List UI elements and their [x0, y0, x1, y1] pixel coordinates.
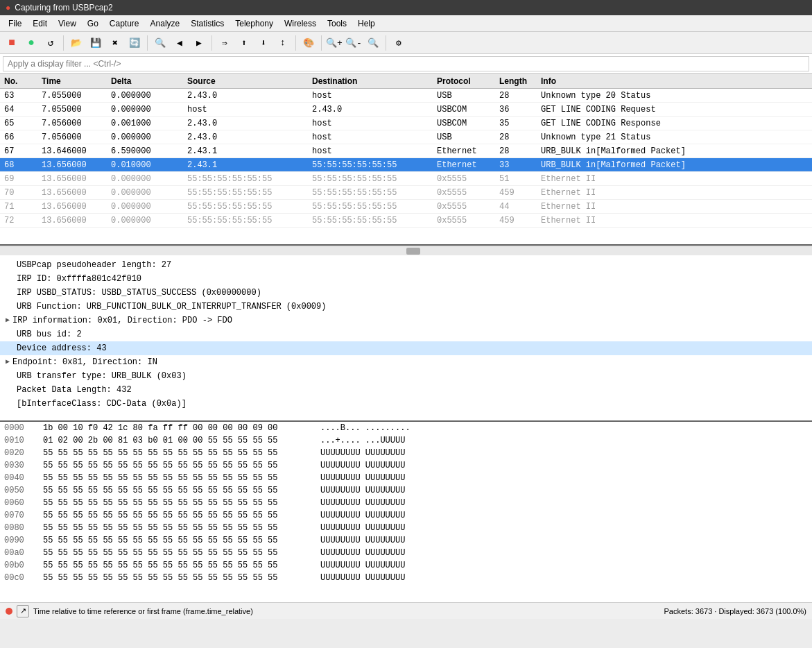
hex-row[interactable]: 0010 01 02 00 2b 00 81 03 b0 01 00 00 55…	[0, 434, 812, 447]
hex-row[interactable]: 0090 55 55 55 55 55 55 55 55 55 55 55 55…	[0, 534, 812, 547]
stop-button[interactable]: ■	[3, 34, 21, 52]
table-row[interactable]: 71 13.656000 0.000000 55:55:55:55:55:55 …	[0, 200, 812, 214]
menu-item-capture[interactable]: Capture	[104, 17, 145, 30]
cell-source: host	[187, 105, 312, 114]
hex-row[interactable]: 0060 55 55 55 55 55 55 55 55 55 55 55 55…	[0, 497, 812, 509]
detail-row[interactable]: IRP USBD_STATUS: USBD_STATUS_SUCCESS (0x…	[0, 286, 812, 300]
menu-item-statistics[interactable]: Statistics	[185, 17, 230, 30]
menu-item-help[interactable]: Help	[352, 17, 381, 30]
hex-row[interactable]: 00a0 55 55 55 55 55 55 55 55 55 55 55 55…	[0, 547, 812, 559]
menu-item-tools[interactable]: Tools	[322, 17, 352, 30]
detail-row[interactable]: Device address: 43	[0, 341, 812, 355]
table-row[interactable]: 63 7.055000 0.000000 2.43.0 host USB 28 …	[0, 89, 812, 103]
table-row[interactable]: 66 7.056000 0.000000 2.43.0 host USB 28 …	[0, 130, 812, 144]
hex-bytes: 55 55 55 55 55 55 55 55 55 55 55 55 55 5…	[43, 459, 306, 472]
cell-no: 69	[0, 174, 42, 184]
cell-no: 71	[0, 202, 42, 212]
reload-button[interactable]: 🔄	[126, 34, 144, 52]
horizontal-scrollbar[interactable]	[0, 246, 812, 255]
toolbar-sep-1	[63, 35, 64, 51]
menu-item-view[interactable]: View	[53, 17, 82, 30]
packet-detail: USBPcap pseudoheader length: 27IRP ID: 0…	[0, 255, 812, 422]
table-row[interactable]: 72 13.656000 0.000000 55:55:55:55:55:55 …	[0, 214, 812, 228]
cell-len: 28	[499, 133, 541, 142]
table-row[interactable]: 64 7.055000 0.000000 host 2.43.0 USBCOM …	[0, 103, 812, 117]
first-packet-button[interactable]: ⬆	[235, 34, 253, 52]
open-button[interactable]: 📂	[67, 34, 85, 52]
autoscroll-button[interactable]: ↕	[274, 34, 292, 52]
cell-dest: 55:55:55:55:55:55	[312, 188, 437, 198]
hex-row[interactable]: 0070 55 55 55 55 55 55 55 55 55 55 55 55…	[0, 509, 812, 522]
menu-item-wireless[interactable]: Wireless	[279, 17, 322, 30]
colorize-button[interactable]: 🎨	[300, 34, 318, 52]
hex-row[interactable]: 0020 55 55 55 55 55 55 55 55 55 55 55 55…	[0, 447, 812, 459]
hex-row[interactable]: 00b0 55 55 55 55 55 55 55 55 55 55 55 55…	[0, 559, 812, 572]
last-packet-button[interactable]: ⬇	[254, 34, 273, 52]
hex-row[interactable]: 00c0 55 55 55 55 55 55 55 55 55 55 55 55…	[0, 572, 812, 584]
cell-time: 13.656000	[42, 188, 111, 198]
cell-proto: 0x5555	[437, 216, 499, 225]
filter-input[interactable]	[3, 56, 809, 71]
detail-row[interactable]: URB bus id: 2	[0, 327, 812, 341]
hex-row[interactable]: 0030 55 55 55 55 55 55 55 55 55 55 55 55…	[0, 459, 812, 472]
cell-info: GET LINE CODING Response	[541, 119, 812, 128]
menu-item-telephony[interactable]: Telephony	[230, 17, 279, 30]
detail-row[interactable]: URB Function: URB_FUNCTION_BULK_OR_INTER…	[0, 300, 812, 314]
menu-item-go[interactable]: Go	[82, 17, 104, 30]
table-row[interactable]: 70 13.656000 0.000000 55:55:55:55:55:55 …	[0, 186, 812, 200]
hex-offset: 00c0	[4, 572, 32, 584]
cell-time: 7.055000	[42, 91, 111, 101]
cell-info: GET LINE CODING Request	[541, 105, 812, 114]
menu-item-analyze[interactable]: Analyze	[145, 17, 186, 30]
table-row[interactable]: 65 7.056000 0.001000 2.43.0 host USBCOM …	[0, 117, 812, 130]
detail-row[interactable]: IRP ID: 0xffffa801c42f010	[0, 272, 812, 286]
hex-row[interactable]: 0040 55 55 55 55 55 55 55 55 55 55 55 55…	[0, 472, 812, 484]
scrollbar-thumb[interactable]	[406, 248, 420, 255]
cell-time: 7.056000	[42, 119, 111, 128]
hex-row[interactable]: 0080 55 55 55 55 55 55 55 55 55 55 55 55…	[0, 522, 812, 534]
expand-arrow: ▶	[6, 356, 10, 368]
detail-row[interactable]: [bInterfaceClass: CDC-Data (0x0a)]	[0, 397, 812, 411]
cell-no: 63	[0, 91, 42, 101]
menu-item-edit[interactable]: Edit	[27, 17, 53, 30]
zoom-in-button[interactable]: 🔍+	[325, 34, 343, 52]
back-button[interactable]: ◀	[171, 34, 189, 52]
hex-offset: 00a0	[4, 547, 32, 559]
cell-time: 7.055000	[42, 105, 111, 114]
table-row[interactable]: 69 13.656000 0.000000 55:55:55:55:55:55 …	[0, 172, 812, 186]
cell-len: 44	[499, 202, 541, 212]
hex-offset: 0070	[4, 509, 32, 522]
zoom-reset-button[interactable]: 🔍	[364, 34, 382, 52]
table-row[interactable]: 67 13.646000 6.590000 2.43.1 host Ethern…	[0, 144, 812, 158]
find-button[interactable]: 🔍	[151, 34, 169, 52]
detail-row[interactable]: ▶IRP information: 0x01, Direction: PDO -…	[0, 314, 812, 327]
cell-delta: 0.000000	[111, 188, 187, 198]
status-text: Time relative to time reference or first…	[33, 607, 253, 615]
settings-button[interactable]: ⚙	[390, 34, 408, 52]
hex-ascii: ...+.... ...UUUUU	[320, 434, 405, 447]
detail-row[interactable]: USBPcap pseudoheader length: 27	[0, 258, 812, 272]
status-shortcut-btn[interactable]: ↗	[17, 605, 29, 617]
packet-count: Packets: 3673 · Displayed: 3673 (100.0%)	[664, 607, 806, 615]
forward-button[interactable]: ▶	[190, 34, 208, 52]
hex-row[interactable]: 0000 1b 00 10 f0 42 1c 80 fa ff ff 00 00…	[0, 422, 812, 434]
toolbar-sep-6	[386, 35, 386, 51]
zoom-out-button[interactable]: 🔍-	[345, 34, 363, 52]
cell-len: 33	[499, 160, 541, 170]
goto-button[interactable]: ⇒	[216, 34, 234, 52]
detail-row[interactable]: URB transfer type: URB_BULK (0x03)	[0, 369, 812, 383]
restart-button[interactable]: ↺	[42, 34, 60, 52]
detail-row[interactable]: Packet Data Length: 432	[0, 383, 812, 397]
cell-dest: host	[312, 133, 437, 142]
cell-no: 67	[0, 146, 42, 156]
hex-ascii: UUUUUUUU UUUUUUUU	[320, 484, 405, 497]
detail-row[interactable]: ▶Endpoint: 0x81, Direction: IN	[0, 355, 812, 369]
hex-dump: 0000 1b 00 10 f0 42 1c 80 fa ff ff 00 00…	[0, 422, 812, 602]
save-button[interactable]: 💾	[87, 34, 105, 52]
hex-row[interactable]: 0050 55 55 55 55 55 55 55 55 55 55 55 55…	[0, 484, 812, 497]
menu-item-file[interactable]: File	[3, 17, 27, 30]
close-button[interactable]: ✖	[106, 34, 124, 52]
table-row[interactable]: 68 13.656000 0.010000 2.43.1 55:55:55:55…	[0, 158, 812, 172]
start-button[interactable]: ●	[22, 34, 40, 52]
col-header-info: Info	[541, 76, 812, 86]
